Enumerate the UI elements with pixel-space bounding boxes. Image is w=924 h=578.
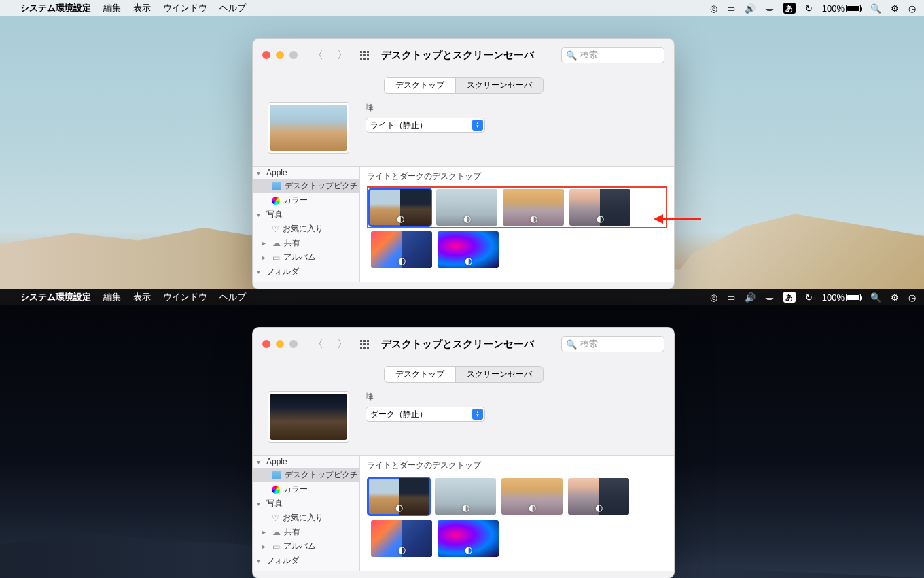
wallpaper-thumb-abstract[interactable] bbox=[438, 520, 499, 557]
wallpaper-thumb-valley-sunset[interactable] bbox=[503, 189, 564, 226]
cloud-icon: ☁ bbox=[272, 239, 281, 248]
battery-status[interactable]: 100% bbox=[822, 292, 861, 303]
wallpaper-thumb-valley-sunset[interactable] bbox=[501, 478, 563, 515]
forward-button[interactable]: 〉 bbox=[337, 48, 348, 63]
system-prefs-window: 〈 〉 デスクトップとスクリーンセーバ 🔍 検索 デスクトップ スクリーンセーバ… bbox=[252, 327, 675, 578]
menu-edit[interactable]: 編集 bbox=[103, 291, 121, 303]
appearance-mode-dropdown[interactable]: ダーク（静止） ▲▼ bbox=[366, 407, 485, 422]
close-button[interactable] bbox=[262, 51, 270, 59]
search-icon: 🔍 bbox=[566, 50, 577, 61]
heart-icon: ♡ bbox=[272, 513, 279, 523]
airplay-icon[interactable]: ▭ bbox=[727, 3, 735, 14]
wallpaper-thumb-valley-dusk[interactable] bbox=[569, 189, 630, 226]
menu-help[interactable]: ヘルプ bbox=[219, 2, 246, 14]
volume-icon[interactable]: 🔊 bbox=[745, 292, 756, 303]
control-center-icon[interactable]: ⚙ bbox=[891, 3, 899, 14]
sidebar-item-desktop-pictures[interactable]: デスクトップピクチャ bbox=[253, 179, 359, 193]
wallpaper-thumb-bigsur[interactable] bbox=[371, 520, 432, 557]
bluetooth-icon[interactable]: ⌯ bbox=[765, 292, 774, 303]
battery-icon bbox=[846, 5, 861, 12]
show-all-button[interactable] bbox=[360, 51, 369, 60]
airplay-icon[interactable]: ▭ bbox=[727, 292, 735, 303]
back-button[interactable]: 〈 bbox=[313, 48, 323, 63]
zoom-button[interactable] bbox=[289, 340, 298, 348]
creative-cloud-icon[interactable]: ◎ bbox=[710, 3, 717, 14]
sidebar-group-photos[interactable]: ▾写真 bbox=[253, 496, 359, 511]
input-source-icon[interactable]: あ bbox=[783, 3, 796, 14]
sidebar-item-albums[interactable]: ▸▭アルバム bbox=[253, 250, 359, 265]
sidebar-item-albums[interactable]: ▸▭アルバム bbox=[253, 539, 359, 554]
timemachine-icon[interactable]: ↻ bbox=[805, 3, 813, 14]
tab-desktop[interactable]: デスクトップ bbox=[385, 367, 456, 382]
sidebar-group-apple[interactable]: ▾Apple bbox=[253, 456, 359, 468]
clock-icon[interactable]: ◷ bbox=[908, 292, 916, 303]
current-wallpaper-preview bbox=[268, 102, 349, 154]
color-wheel-icon bbox=[272, 486, 280, 494]
sidebar-item-favorites[interactable]: ♡お気に入り bbox=[253, 511, 359, 525]
forward-button[interactable]: 〉 bbox=[337, 337, 348, 352]
show-all-button[interactable] bbox=[360, 340, 369, 349]
bluetooth-icon[interactable]: ⌯ bbox=[765, 3, 774, 14]
titlebar: 〈 〉 デスクトップとスクリーンセーバ 🔍 検索 bbox=[253, 39, 674, 71]
current-wallpaper-preview bbox=[268, 391, 349, 443]
menubar: システム環境設定 編集 表示 ウインドウ ヘルプ ◎ ▭ 🔊 ⌯ あ ↻ 100… bbox=[0, 0, 924, 16]
sidebar-group-folders[interactable]: ▾フォルダ bbox=[253, 265, 359, 279]
back-button[interactable]: 〈 bbox=[313, 337, 323, 352]
wallpaper-thumb-peak[interactable] bbox=[370, 189, 431, 226]
wallpaper-gallery: ライトとダークのデスクトップ bbox=[360, 456, 674, 571]
sidebar-item-pictures-folder[interactable]: ピクチャ bbox=[253, 279, 359, 282]
search-placeholder: 検索 bbox=[580, 338, 598, 350]
sidebar-item-favorites[interactable]: ♡お気に入り bbox=[253, 222, 359, 236]
menu-window[interactable]: ウインドウ bbox=[163, 291, 207, 303]
appearance-mode-dropdown[interactable]: ライト（静止） ▲▼ bbox=[366, 118, 485, 133]
dropdown-arrows-icon: ▲▼ bbox=[472, 409, 483, 420]
battery-status[interactable]: 100% bbox=[822, 3, 861, 14]
tab-segmented-control[interactable]: デスクトップ スクリーンセーバ bbox=[384, 77, 544, 94]
sidebar-item-shared[interactable]: ▸☁共有 bbox=[253, 236, 359, 250]
input-source-icon[interactable]: あ bbox=[783, 292, 796, 303]
folder-icon bbox=[272, 182, 281, 190]
search-placeholder: 検索 bbox=[580, 49, 598, 61]
wallpaper-thumb-bigsur[interactable] bbox=[371, 231, 432, 268]
tab-desktop[interactable]: デスクトップ bbox=[385, 78, 456, 93]
dropdown-value: ダーク（静止） bbox=[370, 409, 427, 420]
search-input[interactable]: 🔍 検索 bbox=[561, 336, 664, 352]
control-center-icon[interactable]: ⚙ bbox=[891, 292, 899, 303]
app-menu[interactable]: システム環境設定 bbox=[20, 291, 91, 303]
sidebar-item-pictures-folder[interactable]: ピクチャ bbox=[253, 568, 359, 571]
sidebar-item-colors[interactable]: カラー bbox=[253, 193, 359, 207]
sidebar-group-apple[interactable]: ▾Apple bbox=[253, 167, 359, 179]
sidebar-item-desktop-pictures[interactable]: デスクトップピクチャ bbox=[253, 468, 359, 482]
menu-window[interactable]: ウインドウ bbox=[163, 2, 207, 14]
wallpaper-thumb-abstract[interactable] bbox=[438, 231, 499, 268]
timemachine-icon[interactable]: ↻ bbox=[805, 292, 813, 303]
wallpaper-thumb-valley-dusk[interactable] bbox=[568, 478, 629, 515]
menu-view[interactable]: 表示 bbox=[133, 2, 151, 14]
menu-help[interactable]: ヘルプ bbox=[219, 291, 246, 303]
zoom-button[interactable] bbox=[289, 51, 298, 59]
spotlight-icon[interactable]: 🔍 bbox=[870, 3, 881, 14]
volume-icon[interactable]: 🔊 bbox=[745, 3, 756, 14]
wallpaper-thumb-valley-day[interactable] bbox=[436, 189, 497, 226]
tab-screensaver[interactable]: スクリーンセーバ bbox=[456, 367, 543, 382]
wallpaper-thumb-peak[interactable] bbox=[368, 478, 429, 515]
gallery-section-title: ライトとダークのデスクトップ bbox=[367, 171, 667, 182]
sidebar-item-shared[interactable]: ▸☁共有 bbox=[253, 525, 359, 539]
folder-icon bbox=[272, 471, 281, 479]
sidebar-group-photos[interactable]: ▾写真 bbox=[253, 207, 359, 222]
wallpaper-thumb-valley-day[interactable] bbox=[435, 478, 496, 515]
clock-icon[interactable]: ◷ bbox=[908, 3, 916, 14]
app-menu[interactable]: システム環境設定 bbox=[20, 2, 91, 14]
close-button[interactable] bbox=[262, 340, 270, 348]
tab-segmented-control[interactable]: デスクトップ スクリーンセーバ bbox=[384, 366, 544, 383]
creative-cloud-icon[interactable]: ◎ bbox=[710, 292, 717, 303]
menu-edit[interactable]: 編集 bbox=[103, 2, 121, 14]
sidebar-item-colors[interactable]: カラー bbox=[253, 482, 359, 496]
menu-view[interactable]: 表示 bbox=[133, 291, 151, 303]
minimize-button[interactable] bbox=[276, 51, 284, 59]
sidebar-group-folders[interactable]: ▾フォルダ bbox=[253, 554, 359, 568]
tab-screensaver[interactable]: スクリーンセーバ bbox=[456, 78, 543, 93]
spotlight-icon[interactable]: 🔍 bbox=[870, 292, 881, 303]
search-input[interactable]: 🔍 検索 bbox=[561, 47, 664, 63]
minimize-button[interactable] bbox=[276, 340, 284, 348]
